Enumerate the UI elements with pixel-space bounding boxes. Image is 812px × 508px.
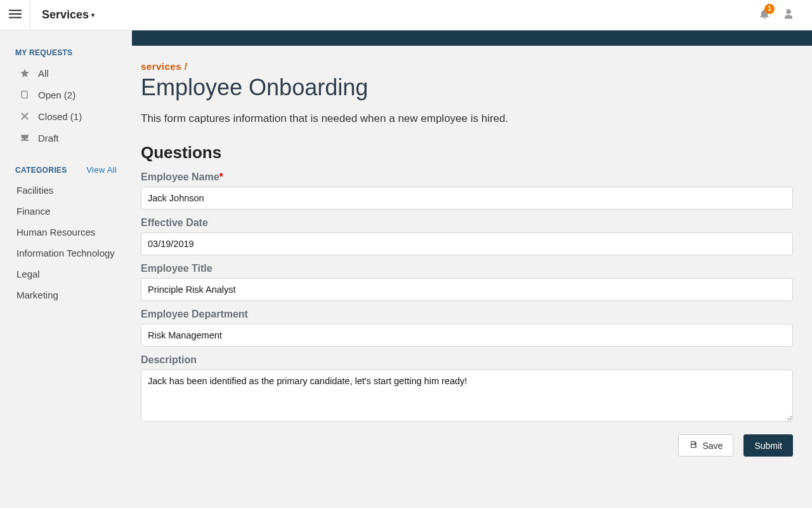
- hamburger-menu[interactable]: [0, 0, 30, 30]
- submit-label: Submit: [754, 441, 782, 451]
- my-requests-list: All Open (2) Closed (1) Draft: [0, 62, 132, 149]
- field-employee-department: Employee Department: [141, 309, 793, 347]
- label-description: Description: [141, 354, 793, 366]
- input-employee-name[interactable]: [141, 187, 793, 210]
- inbox-icon: [19, 132, 30, 144]
- label-effective-date: Effective Date: [141, 217, 793, 229]
- label-employee-department: Employee Department: [141, 309, 793, 320]
- save-label: Save: [703, 441, 723, 451]
- field-employee-name: Employee Name*: [141, 171, 793, 210]
- form-actions: Save Submit: [141, 434, 793, 457]
- banner: [132, 30, 812, 46]
- book-icon: [19, 89, 30, 100]
- svg-rect-2: [9, 17, 22, 18]
- required-asterisk: *: [219, 171, 223, 182]
- sidebar-item-closed[interactable]: Closed (1): [0, 105, 132, 127]
- view-all-link[interactable]: View All: [86, 165, 117, 175]
- questions-heading: Questions: [141, 143, 793, 163]
- sidebar-item-label: All: [38, 68, 49, 79]
- layout: MY REQUESTS All Open (2) Closed (1): [0, 30, 812, 508]
- topbar: Services ▾ 1: [0, 0, 812, 30]
- input-employee-department[interactable]: [141, 324, 793, 347]
- categories-heading: CATEGORIES View All: [0, 160, 132, 180]
- notification-badge: 1: [764, 4, 775, 14]
- field-employee-title: Employee Title: [141, 263, 793, 301]
- brand-dropdown[interactable]: Services ▾: [30, 8, 106, 22]
- category-label: Finance: [16, 206, 50, 217]
- sidebar-item-label: Draft: [38, 133, 59, 144]
- svg-rect-0: [9, 10, 22, 11]
- page-description: This form captures information that is n…: [141, 112, 793, 125]
- svg-rect-1: [9, 13, 22, 14]
- category-human-resources[interactable]: Human Resources: [0, 222, 132, 243]
- categories-label: CATEGORIES: [15, 166, 67, 175]
- category-facilities[interactable]: Facilities: [0, 180, 132, 201]
- field-effective-date: Effective Date: [141, 217, 793, 255]
- sidebar-item-all[interactable]: All: [0, 62, 132, 84]
- sidebar-item-open[interactable]: Open (2): [0, 84, 132, 105]
- close-icon: [19, 110, 30, 122]
- category-label: Information Technology: [16, 248, 115, 258]
- save-icon: [689, 440, 698, 451]
- star-icon: [19, 67, 30, 79]
- category-legal[interactable]: Legal: [0, 264, 132, 284]
- save-button[interactable]: Save: [678, 434, 734, 457]
- category-label: Facilities: [16, 185, 53, 196]
- category-marketing[interactable]: Marketing: [0, 284, 132, 305]
- label-text: Employee Name: [141, 171, 219, 182]
- category-information-technology[interactable]: Information Technology: [0, 243, 132, 264]
- category-finance[interactable]: Finance: [0, 201, 132, 222]
- categories-list: Facilities Finance Human Resources Infor…: [0, 180, 132, 305]
- user-icon: [783, 11, 794, 22]
- notifications-button[interactable]: 1: [759, 8, 770, 22]
- label-employee-name: Employee Name*: [141, 171, 793, 183]
- sidebar-item-label: Closed (1): [38, 111, 82, 122]
- submit-button[interactable]: Submit: [743, 434, 793, 457]
- input-description[interactable]: [141, 370, 793, 422]
- user-menu-button[interactable]: [783, 8, 794, 22]
- my-requests-label: MY REQUESTS: [15, 48, 72, 57]
- breadcrumb[interactable]: services /: [141, 61, 793, 72]
- content: services / Employee Onboarding This form…: [132, 46, 812, 476]
- sidebar-item-label: Open (2): [38, 90, 75, 100]
- main: services / Employee Onboarding This form…: [132, 30, 812, 508]
- brand-label: Services: [42, 8, 89, 22]
- page-title: Employee Onboarding: [141, 74, 793, 101]
- input-employee-title[interactable]: [141, 278, 793, 301]
- hamburger-icon: [9, 8, 22, 23]
- category-label: Legal: [16, 269, 40, 279]
- category-label: Marketing: [16, 290, 58, 300]
- field-description: Description: [141, 354, 793, 424]
- label-employee-title: Employee Title: [141, 263, 793, 274]
- topbar-icons: 1: [759, 8, 812, 22]
- my-requests-heading: MY REQUESTS: [0, 43, 132, 62]
- sidebar: MY REQUESTS All Open (2) Closed (1): [0, 30, 132, 508]
- caret-down-icon: ▾: [91, 11, 95, 18]
- input-effective-date[interactable]: [141, 232, 793, 255]
- sidebar-item-draft[interactable]: Draft: [0, 127, 132, 149]
- category-label: Human Resources: [16, 227, 95, 237]
